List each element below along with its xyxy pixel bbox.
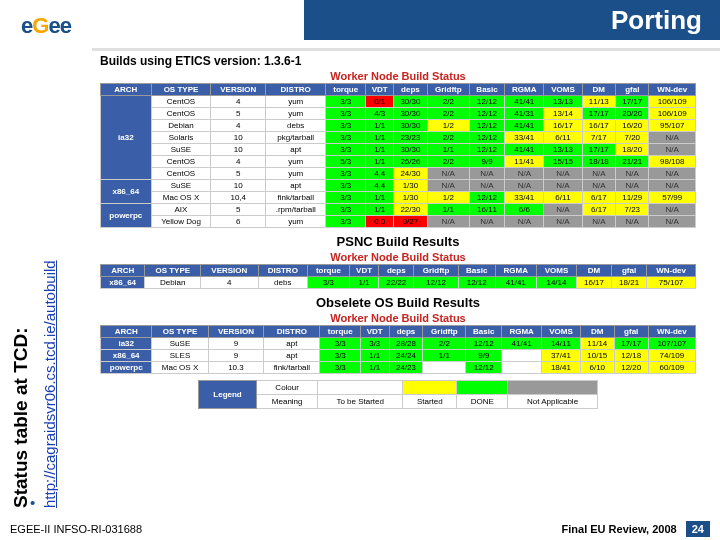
data-cell: 3/3: [326, 168, 366, 180]
data-cell: 13/13: [544, 96, 582, 108]
data-cell: 3/3: [326, 132, 366, 144]
data-cell: 6: [211, 216, 266, 228]
data-cell: 12/12: [469, 96, 504, 108]
data-cell: debs: [266, 120, 326, 132]
data-cell: 3/3: [326, 180, 366, 192]
col-header: OS TYPE: [152, 326, 208, 338]
data-cell: 106/109: [649, 96, 696, 108]
footer-right-text: Final EU Review, 2008: [562, 523, 677, 535]
data-cell: 74/109: [648, 350, 695, 362]
col-header: torque: [326, 84, 366, 96]
data-cell: N/A: [616, 180, 649, 192]
data-cell: 1/30: [394, 192, 427, 204]
data-cell: N/A: [616, 168, 649, 180]
col-header: torque: [320, 326, 361, 338]
data-cell: 4: [211, 156, 266, 168]
col-header: torque: [307, 265, 349, 277]
arch-cell: powerpc: [101, 204, 152, 228]
data-cell: 33/41: [505, 192, 544, 204]
data-cell: 98/108: [649, 156, 696, 168]
data-cell: N/A: [649, 216, 696, 228]
data-cell: 57/99: [649, 192, 696, 204]
content-area: Builds using ETICS version: 1.3.6-1 Work…: [100, 54, 696, 409]
data-cell: 13/14: [544, 108, 582, 120]
data-cell: 5: [211, 204, 266, 216]
arch-cell: ia32: [101, 338, 152, 350]
col-header: deps: [394, 84, 427, 96]
data-cell: N/A: [544, 204, 582, 216]
data-cell: N/A: [649, 204, 696, 216]
data-cell: 41/41: [505, 144, 544, 156]
data-cell: 33/41: [505, 132, 544, 144]
arch-cell: ia32: [101, 96, 152, 180]
data-cell: 12/12: [466, 338, 502, 350]
data-cell: 2/2: [427, 96, 469, 108]
data-cell: fink/tarball: [266, 192, 326, 204]
data-cell: pkg/tarball: [266, 132, 326, 144]
data-cell: 13/13: [544, 144, 582, 156]
data-cell: 10: [211, 132, 266, 144]
legend-swatch-green: [457, 381, 508, 395]
col-header: VDT: [366, 84, 394, 96]
data-cell: 41/41: [495, 277, 536, 289]
data-cell: fink/tarball: [264, 362, 320, 374]
data-cell: 0.0: [366, 216, 394, 228]
data-cell: N/A: [616, 216, 649, 228]
col-header: DM: [580, 326, 614, 338]
col-header: VOMS: [544, 84, 582, 96]
data-cell: N/A: [427, 180, 469, 192]
col-header: DISTRO: [264, 326, 320, 338]
data-cell: 10,4: [211, 192, 266, 204]
legend-na: Not Applicable: [508, 395, 598, 409]
data-cell: N/A: [649, 168, 696, 180]
col-header: Basic: [469, 84, 504, 96]
footer-left: EGEE-II INFSO-RI-031688: [10, 523, 142, 535]
col-header: gfal: [616, 84, 649, 96]
data-cell: 24/24: [389, 350, 423, 362]
data-cell: 6/10: [580, 362, 614, 374]
data-cell: 18/21: [612, 277, 647, 289]
col-header: VERSION: [211, 84, 266, 96]
data-cell: 2/2: [427, 108, 469, 120]
data-cell: Mac OS X: [152, 362, 208, 374]
data-cell: 1/30: [394, 180, 427, 192]
sidebar-heading: Status table at TCD:: [10, 327, 32, 508]
footer: EGEE-II INFSO-RI-031688 Final EU Review,…: [0, 518, 720, 540]
col-header: VERSION: [208, 326, 264, 338]
data-cell: 1/2: [427, 120, 469, 132]
data-cell: N/A: [505, 216, 544, 228]
data-cell: 22/30: [394, 204, 427, 216]
data-cell: 10/15: [580, 350, 614, 362]
data-cell: 1/1: [366, 192, 394, 204]
data-cell: 1/1: [361, 362, 389, 374]
table3-sub: Worker Node Build Status: [100, 312, 696, 324]
data-cell: 11/29: [616, 192, 649, 204]
data-cell: 4/3: [366, 108, 394, 120]
data-cell: 1/1: [366, 156, 394, 168]
legend-label: Legend: [199, 381, 257, 409]
data-cell: 4: [211, 96, 266, 108]
data-cell: N/A: [649, 144, 696, 156]
data-cell: N/A: [505, 168, 544, 180]
data-cell: apt: [266, 180, 326, 192]
data-cell: 30/30: [394, 96, 427, 108]
data-cell: CentOS: [151, 96, 211, 108]
data-cell: 12/12: [469, 132, 504, 144]
data-cell: 1/1: [427, 204, 469, 216]
sidebar-link[interactable]: http://cagraidsvr06.cs.tcd.ie/autobuild: [41, 260, 58, 508]
data-cell: 3/3: [326, 96, 366, 108]
data-cell: 17/17: [614, 338, 648, 350]
data-cell: yum: [266, 108, 326, 120]
col-header: OS TYPE: [145, 265, 201, 277]
data-cell: 1/1: [361, 350, 389, 362]
col-header: RGMA: [505, 84, 544, 96]
build-table-1: ARCHOS TYPEVERSIONDISTROtorqueVDTdepsGri…: [100, 83, 696, 228]
data-cell: 3/3: [320, 362, 361, 374]
data-cell: 3/3: [326, 120, 366, 132]
build-table-2: ARCHOS TYPEVERSIONDISTROtorqueVDTdepsGri…: [100, 264, 696, 289]
col-header: RGMA: [495, 265, 536, 277]
col-header: ARCH: [101, 265, 145, 277]
legend-swatch-yellow: [403, 381, 457, 395]
data-cell: 18/20: [616, 144, 649, 156]
data-cell: 12/18: [614, 350, 648, 362]
